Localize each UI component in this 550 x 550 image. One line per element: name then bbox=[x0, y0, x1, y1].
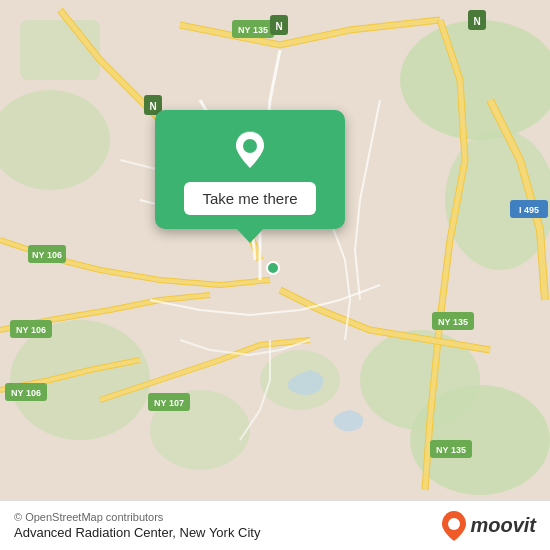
bottom-bar: © OpenStreetMap contributors Advanced Ra… bbox=[0, 500, 550, 550]
svg-text:NY 135: NY 135 bbox=[436, 445, 466, 455]
svg-point-35 bbox=[448, 518, 460, 530]
svg-text:NY 106: NY 106 bbox=[32, 250, 62, 260]
svg-text:NY 106: NY 106 bbox=[16, 325, 46, 335]
moovit-brand-text: moovit bbox=[470, 514, 536, 537]
svg-text:I 495: I 495 bbox=[519, 205, 539, 215]
take-me-there-button[interactable]: Take me there bbox=[184, 182, 315, 215]
svg-text:N: N bbox=[149, 101, 156, 112]
svg-text:NY 107: NY 107 bbox=[154, 398, 184, 408]
map-container: NY 135 NY 135 NY 135 I 495 NY 106 NY 106… bbox=[0, 0, 550, 500]
location-popup: Take me there bbox=[155, 110, 345, 229]
location-pin-icon bbox=[228, 128, 272, 172]
map-background: NY 135 NY 135 NY 135 I 495 NY 106 NY 106… bbox=[0, 0, 550, 500]
moovit-pin-icon bbox=[440, 510, 468, 542]
svg-point-32 bbox=[267, 262, 279, 274]
svg-text:NY 106: NY 106 bbox=[11, 388, 41, 398]
svg-text:N: N bbox=[275, 21, 282, 32]
svg-text:NY 135: NY 135 bbox=[438, 317, 468, 327]
osm-attribution: © OpenStreetMap contributors bbox=[14, 511, 432, 523]
svg-text:NY 135: NY 135 bbox=[238, 25, 268, 35]
svg-text:N: N bbox=[473, 16, 480, 27]
moovit-logo: moovit bbox=[440, 510, 536, 542]
svg-point-34 bbox=[243, 139, 257, 153]
location-title: Advanced Radiation Center, New York City bbox=[14, 525, 432, 540]
